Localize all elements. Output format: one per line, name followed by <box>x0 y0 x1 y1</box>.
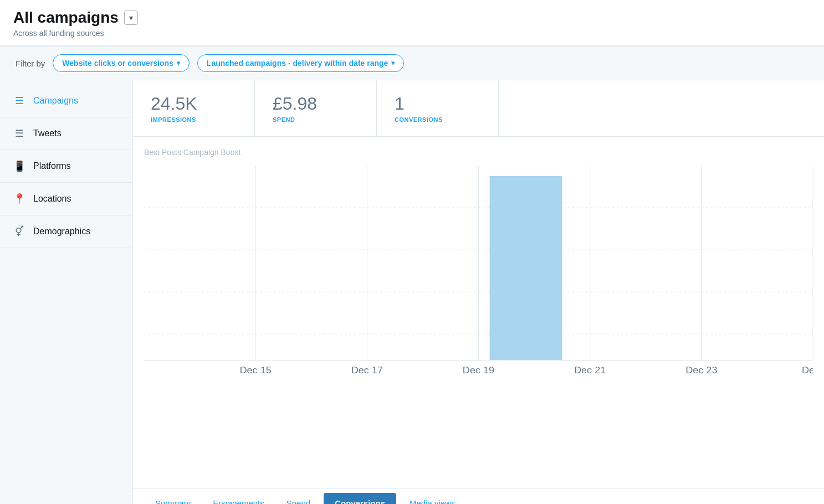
chevron-down-icon: ▾ <box>177 59 180 67</box>
conversions-value: 1 <box>395 94 480 114</box>
filter-row: Filter by Website clicks or conversions … <box>0 46 824 80</box>
tab-summary[interactable]: Summary <box>144 490 202 504</box>
mobile-icon: 📱 <box>13 160 25 172</box>
sidebar-item-label: Campaigns <box>33 96 78 106</box>
svg-text:Dec 21: Dec 21 <box>574 365 606 376</box>
sidebar-item-demographics[interactable]: ⚥ Demographics <box>0 215 132 248</box>
objective-filter-label: Website clicks or conversions <box>62 59 173 68</box>
list-icon: ☰ <box>13 127 25 140</box>
header: All campaigns ▾ Across all funding sourc… <box>0 0 824 46</box>
conversions-stat: 1 CONVERSIONS <box>377 80 499 136</box>
sidebar-item-locations[interactable]: 📍 Locations <box>0 183 132 215</box>
main-layout: ☰ Campaigns ☰ Tweets 📱 Platforms 📍 Locat… <box>0 80 824 504</box>
sidebar-item-label: Tweets <box>33 128 62 138</box>
tab-media-views[interactable]: Media views <box>398 490 467 504</box>
bar-dec19 <box>490 176 562 361</box>
title-row: All campaigns ▾ <box>13 9 811 27</box>
filter-label: Filter by <box>16 59 45 68</box>
list-icon: ☰ <box>13 95 25 107</box>
impressions-stat: 24.5K IMPRESSIONS <box>133 80 255 136</box>
sidebar-item-platforms[interactable]: 📱 Platforms <box>0 150 132 183</box>
page-subtitle: Across all funding sources <box>13 29 811 38</box>
svg-text:Dec 19: Dec 19 <box>463 365 494 376</box>
svg-text:Dec 17: Dec 17 <box>351 365 383 376</box>
impressions-label: IMPRESSIONS <box>151 116 237 123</box>
spend-label: SPEND <box>273 116 359 123</box>
demographics-icon: ⚥ <box>13 225 25 238</box>
bar-chart: Dec 15 Dec 17 Dec 19 Dec 21 Dec 23 De <box>144 166 813 376</box>
chart-wrapper: Dec 15 Dec 17 Dec 19 Dec 21 Dec 23 De <box>144 166 813 376</box>
spend-value: £5.98 <box>273 94 359 114</box>
chevron-down-icon: ▾ <box>129 13 133 22</box>
page-title: All campaigns <box>13 9 119 27</box>
campaigns-dropdown-button[interactable]: ▾ <box>124 11 138 25</box>
sidebar-item-label: Locations <box>33 194 71 204</box>
location-icon: 📍 <box>13 193 25 205</box>
spend-stat: £5.98 SPEND <box>255 80 377 136</box>
svg-text:Dec 23: Dec 23 <box>685 365 718 376</box>
chevron-down-icon: ▾ <box>391 59 395 67</box>
sidebar: ☰ Campaigns ☰ Tweets 📱 Platforms 📍 Locat… <box>0 80 133 504</box>
sidebar-item-tweets[interactable]: ☰ Tweets <box>0 117 132 150</box>
svg-text:De: De <box>802 365 813 376</box>
impressions-value: 24.5K <box>151 94 237 114</box>
conversions-label: CONVERSIONS <box>395 116 480 123</box>
chart-area: Best Posts Campaign Boost <box>133 137 824 488</box>
chart-title: Best Posts Campaign Boost <box>144 148 813 157</box>
tab-engagements[interactable]: Engagements <box>202 490 275 504</box>
tab-conversions[interactable]: Conversions <box>324 493 396 504</box>
svg-text:Dec 15: Dec 15 <box>240 365 272 376</box>
sidebar-item-campaigns[interactable]: ☰ Campaigns <box>0 85 132 117</box>
sidebar-item-label: Platforms <box>33 161 71 171</box>
stats-row: 24.5K IMPRESSIONS £5.98 SPEND 1 CONVERSI… <box>133 80 824 137</box>
sidebar-item-label: Demographics <box>33 227 90 236</box>
content-area: 24.5K IMPRESSIONS £5.98 SPEND 1 CONVERSI… <box>133 80 824 504</box>
tab-spend[interactable]: Spend <box>275 490 321 504</box>
objective-filter-button[interactable]: Website clicks or conversions ▾ <box>53 54 190 72</box>
bottom-tabs: Summary Engagements Spend Conversions Me… <box>133 488 824 504</box>
delivery-filter-label: Launched campaigns - delivery within dat… <box>207 59 388 68</box>
delivery-filter-button[interactable]: Launched campaigns - delivery within dat… <box>197 54 405 72</box>
